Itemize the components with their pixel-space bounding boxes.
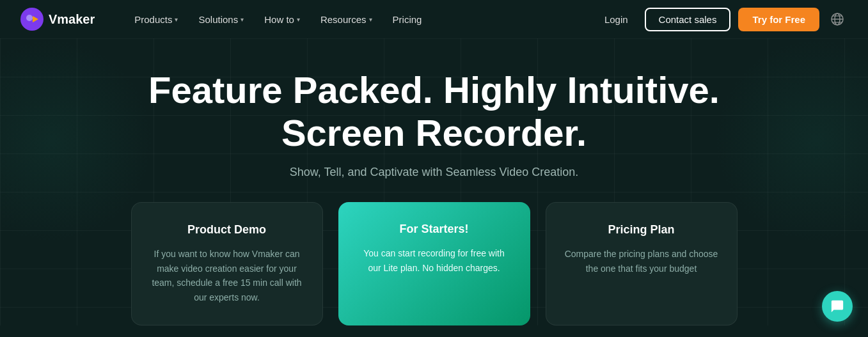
card-product-demo-title: Product Demo bbox=[150, 223, 304, 237]
nav-links: Products ▾ Solutions ▾ How to ▾ Resource… bbox=[125, 9, 596, 30]
nav-resources[interactable]: Resources ▾ bbox=[312, 9, 381, 30]
card-product-demo[interactable]: Product Demo If you want to know how Vma… bbox=[131, 202, 323, 325]
card-for-starters-body: You can start recording for free with ou… bbox=[356, 246, 512, 275]
chevron-down-icon: ▾ bbox=[297, 16, 300, 23]
nav-pricing[interactable]: Pricing bbox=[384, 9, 431, 30]
nav-products[interactable]: Products ▾ bbox=[125, 9, 187, 30]
logo[interactable]: Vmaker bbox=[20, 8, 95, 31]
nav-solutions[interactable]: Solutions ▾ bbox=[189, 9, 253, 30]
card-pricing-plan[interactable]: Pricing Plan Compare the pricing plans a… bbox=[546, 202, 738, 325]
cards-row: Product Demo If you want to know how Vma… bbox=[26, 179, 842, 325]
chevron-down-icon: ▾ bbox=[369, 16, 372, 23]
chevron-down-icon: ▾ bbox=[241, 16, 244, 23]
card-for-starters-title: For Starters! bbox=[356, 223, 512, 236]
card-pricing-plan-body: Compare the pricing plans and choose the… bbox=[564, 247, 719, 276]
login-button[interactable]: Login bbox=[596, 9, 637, 30]
hero-section: Feature Packed. Highly Intuitive. Screen… bbox=[0, 38, 868, 325]
nav-actions: Login Contact sales Try for Free bbox=[596, 8, 848, 31]
contact-sales-button[interactable]: Contact sales bbox=[645, 8, 731, 31]
card-for-starters[interactable]: For Starters! You can start recording fo… bbox=[338, 202, 530, 325]
language-icon[interactable] bbox=[827, 9, 848, 29]
card-product-demo-body: If you want to know how Vmaker can make … bbox=[150, 247, 304, 304]
chevron-down-icon: ▾ bbox=[175, 16, 178, 23]
logo-icon bbox=[20, 8, 43, 31]
svg-point-1 bbox=[26, 15, 33, 21]
hero-title: Feature Packed. Highly Intuitive. Screen… bbox=[26, 69, 842, 154]
hero-subtitle: Show, Tell, and Captivate with Seamless … bbox=[26, 166, 842, 179]
nav-how-to[interactable]: How to ▾ bbox=[255, 9, 309, 30]
navbar: Vmaker Products ▾ Solutions ▾ How to ▾ R… bbox=[0, 0, 868, 38]
try-for-free-button[interactable]: Try for Free bbox=[738, 8, 819, 31]
card-pricing-plan-title: Pricing Plan bbox=[564, 223, 719, 237]
logo-text: Vmaker bbox=[49, 12, 95, 27]
